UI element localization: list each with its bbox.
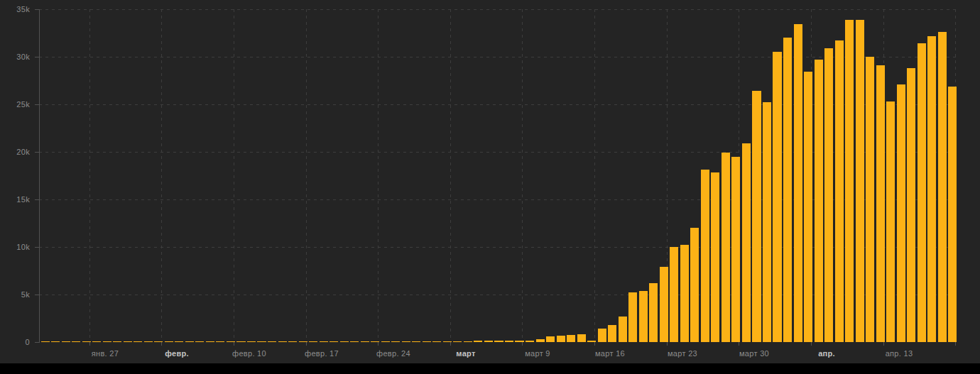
bar[interactable] — [494, 341, 503, 342]
bar[interactable] — [216, 341, 224, 342]
y-tick-label: 5k — [0, 290, 30, 299]
bar[interactable] — [134, 341, 142, 342]
bar[interactable] — [62, 341, 70, 342]
bar[interactable] — [92, 341, 101, 342]
bar[interactable] — [402, 341, 410, 342]
bar[interactable] — [165, 341, 173, 342]
bar[interactable] — [320, 341, 328, 342]
bar[interactable] — [185, 341, 194, 342]
bar[interactable] — [845, 20, 854, 342]
bar[interactable] — [391, 341, 400, 342]
bar[interactable] — [227, 341, 235, 342]
bar[interactable] — [567, 335, 575, 342]
bar[interactable] — [835, 40, 844, 342]
bar[interactable] — [268, 341, 276, 342]
y-tick-label: 25k — [0, 100, 30, 109]
x-tick-mark — [450, 342, 451, 346]
bar[interactable] — [701, 170, 709, 342]
bar[interactable] — [299, 341, 307, 342]
bar[interactable] — [432, 341, 441, 342]
bar[interactable] — [824, 48, 833, 342]
bar[interactable] — [309, 341, 317, 342]
bar[interactable] — [577, 334, 586, 342]
bar[interactable] — [856, 20, 864, 342]
bar[interactable] — [124, 341, 132, 342]
bar[interactable] — [546, 336, 555, 342]
bar[interactable] — [886, 101, 895, 342]
x-tick-label: март 9 — [525, 349, 550, 358]
bar[interactable] — [195, 341, 204, 342]
bar[interactable] — [876, 65, 885, 342]
bar[interactable] — [608, 325, 616, 342]
bar[interactable] — [907, 68, 915, 342]
bar[interactable] — [350, 341, 359, 342]
bar[interactable] — [361, 341, 369, 342]
bar[interactable] — [72, 341, 80, 342]
bar[interactable] — [330, 341, 338, 342]
bar[interactable] — [927, 36, 936, 342]
bar[interactable] — [752, 91, 761, 342]
bar[interactable] — [51, 341, 60, 342]
bar[interactable] — [340, 341, 349, 342]
bar[interactable] — [557, 336, 565, 342]
bar[interactable] — [918, 43, 926, 342]
bar[interactable] — [660, 267, 668, 342]
bar[interactable] — [206, 341, 214, 342]
bar[interactable] — [474, 341, 482, 342]
x-tick-mark — [234, 342, 234, 346]
bar[interactable] — [587, 341, 596, 342]
bar[interactable] — [897, 84, 905, 342]
bar[interactable] — [484, 341, 493, 342]
bar[interactable] — [804, 72, 812, 342]
bar[interactable] — [649, 283, 658, 342]
bar[interactable] — [731, 157, 740, 342]
bar[interactable] — [938, 32, 947, 342]
x-tick-mark — [811, 342, 812, 346]
bar[interactable] — [763, 102, 771, 342]
bar[interactable] — [639, 291, 648, 342]
bar[interactable] — [628, 292, 637, 342]
bar[interactable] — [794, 24, 802, 342]
bar[interactable] — [948, 87, 957, 342]
bar[interactable] — [505, 341, 513, 342]
bar[interactable] — [247, 341, 256, 342]
bar[interactable] — [443, 341, 452, 342]
bar[interactable] — [711, 172, 719, 342]
bar[interactable] — [423, 341, 431, 342]
bar[interactable] — [515, 341, 523, 342]
y-tick-label: 15k — [0, 195, 30, 204]
bar[interactable] — [154, 341, 163, 342]
bar[interactable] — [175, 341, 183, 342]
bar[interactable] — [236, 341, 245, 342]
bar[interactable] — [619, 317, 627, 342]
bar[interactable] — [783, 38, 792, 342]
bar[interactable] — [670, 247, 678, 342]
bar[interactable] — [41, 341, 50, 342]
bar[interactable] — [453, 341, 462, 342]
bar[interactable] — [598, 329, 606, 342]
bar[interactable] — [680, 245, 689, 342]
bar[interactable] — [773, 52, 781, 342]
bar[interactable] — [464, 341, 472, 342]
gridline-vertical — [378, 9, 379, 342]
bar[interactable] — [536, 339, 545, 342]
bar[interactable] — [257, 341, 266, 342]
bar[interactable] — [526, 341, 534, 342]
bar[interactable] — [278, 341, 287, 342]
bar[interactable] — [82, 341, 91, 342]
bar[interactable] — [815, 60, 823, 342]
bar[interactable] — [412, 341, 420, 342]
gridline-horizontal — [39, 57, 957, 57]
bar[interactable] — [866, 57, 874, 342]
bar[interactable] — [103, 341, 111, 342]
bar[interactable] — [722, 153, 730, 342]
bar[interactable] — [381, 341, 390, 342]
y-axis-line — [39, 9, 40, 343]
y-tick-label: 20k — [0, 148, 30, 156]
bar[interactable] — [742, 143, 751, 342]
bar[interactable] — [144, 341, 153, 342]
bar[interactable] — [690, 228, 699, 342]
bar[interactable] — [288, 341, 297, 342]
bar[interactable] — [371, 341, 379, 342]
bar[interactable] — [113, 341, 121, 342]
